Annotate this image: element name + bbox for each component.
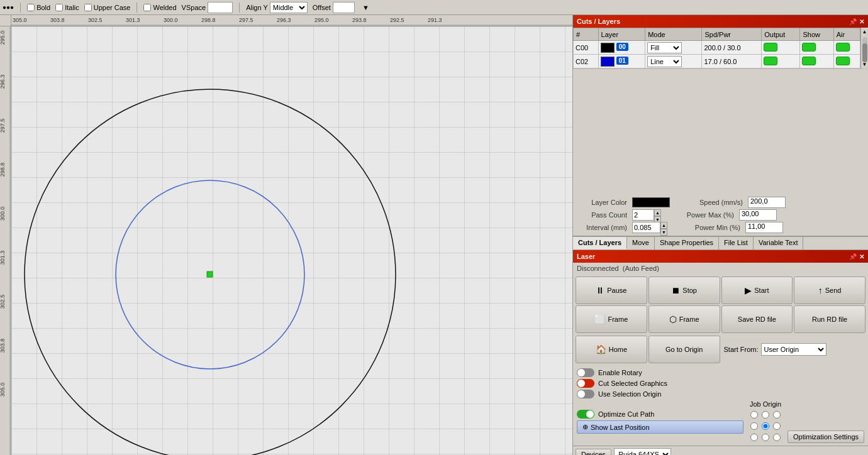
offset-input[interactable]: 0 bbox=[333, 2, 355, 13]
job-origin-br-radio[interactable] bbox=[773, 434, 781, 441]
upper-case-checkbox[interactable] bbox=[84, 4, 92, 11]
job-origin-bl-radio[interactable] bbox=[750, 434, 758, 441]
layer-row-c00[interactable]: C00 00 FillLine 200.0 / 30.0 bbox=[574, 41, 860, 55]
c02-show[interactable] bbox=[800, 55, 833, 69]
svg-text:298.8: 298.8 bbox=[0, 163, 6, 177]
interval-down[interactable]: ▼ bbox=[660, 229, 667, 236]
c02-air-led[interactable] bbox=[836, 57, 850, 65]
c00-output[interactable] bbox=[762, 41, 800, 55]
c00-mode[interactable]: FillLine bbox=[645, 41, 702, 55]
frame-button-2[interactable]: ⬡ Frame bbox=[648, 305, 720, 333]
home-button[interactable]: 🏠 Home bbox=[576, 336, 647, 363]
bold-checkbox[interactable] bbox=[27, 4, 35, 11]
job-origin-tl-radio[interactable] bbox=[750, 411, 758, 419]
tab-variable-text[interactable]: Variable Text bbox=[754, 237, 804, 249]
job-origin-mr[interactable] bbox=[771, 420, 782, 432]
c02-output-led[interactable] bbox=[764, 57, 777, 65]
tab-cuts-layers[interactable]: Cuts / Layers bbox=[573, 237, 627, 249]
close-icon[interactable]: ✕ bbox=[859, 18, 864, 25]
start-from-select[interactable]: User Origin Absolute Coords Current Posi… bbox=[761, 343, 826, 356]
job-origin-tc-radio[interactable] bbox=[762, 411, 769, 419]
tab-move[interactable]: Move bbox=[627, 237, 655, 249]
cut-selected-toggle[interactable] bbox=[577, 379, 594, 388]
toolbar-dropdown-arrow[interactable]: ▼ bbox=[362, 4, 369, 11]
speed-value: 200,0 bbox=[748, 197, 786, 208]
tab-shape-properties[interactable]: Shape Properties bbox=[655, 237, 719, 249]
stop-button[interactable]: ⏹ Stop bbox=[648, 277, 720, 304]
c00-air[interactable] bbox=[833, 41, 860, 55]
scroll-up-arrow[interactable]: ▲ bbox=[861, 28, 868, 36]
col-hash: # bbox=[574, 28, 599, 41]
interval-spinner[interactable]: ▲ ▼ bbox=[632, 222, 667, 233]
ruler-top: 305.0 303.8 302.5 301.3 300.0 298.8 297.… bbox=[11, 15, 572, 26]
c00-air-led[interactable] bbox=[836, 43, 850, 52]
optimize-toggle[interactable] bbox=[577, 410, 594, 419]
interval-up[interactable]: ▲ bbox=[660, 222, 667, 229]
job-origin-tr-radio[interactable] bbox=[773, 411, 781, 419]
toolbar-upper-case[interactable]: Upper Case bbox=[84, 4, 131, 11]
c02-mode[interactable]: LineFill bbox=[645, 55, 702, 69]
cut-selected-label: Cut Selected Graphics bbox=[598, 380, 667, 387]
layer-row-c02[interactable]: C02 01 LineFill 17.0 / 60.0 bbox=[574, 55, 860, 69]
job-origin-ml-radio[interactable] bbox=[750, 422, 758, 430]
laser-close-icon[interactable]: ✕ bbox=[859, 253, 864, 260]
show-last-pos-button[interactable]: ⊕ Show Last Position bbox=[577, 420, 743, 434]
scroll-track[interactable] bbox=[862, 37, 867, 59]
vspace-input[interactable]: 0.00 bbox=[208, 2, 233, 13]
c00-show-led[interactable] bbox=[802, 43, 816, 52]
job-origin-bc-radio[interactable] bbox=[762, 434, 769, 441]
c00-mode-select[interactable]: FillLine bbox=[647, 42, 682, 53]
toolbar-italic[interactable]: Italic bbox=[55, 4, 79, 11]
run-rd-button[interactable]: Run RD file bbox=[794, 305, 865, 333]
interval-arrows[interactable]: ▲ ▼ bbox=[660, 222, 667, 233]
toolbar-welded[interactable]: Welded bbox=[143, 4, 176, 11]
tab-file-list[interactable]: File List bbox=[719, 237, 754, 249]
enable-rotary-toggle[interactable] bbox=[577, 368, 594, 377]
go-to-origin-button[interactable]: Go to Origin bbox=[648, 336, 720, 363]
device-select[interactable]: Ruida 644XS bbox=[614, 448, 671, 455]
scroll-thumb[interactable] bbox=[862, 43, 867, 62]
job-origin-ml[interactable] bbox=[748, 420, 760, 432]
pass-count-spinner[interactable]: ▲ ▼ bbox=[632, 209, 661, 221]
opt-settings-button[interactable]: Optimization Settings bbox=[787, 430, 864, 443]
devices-button[interactable]: Devices bbox=[576, 449, 611, 455]
c00-show[interactable] bbox=[800, 41, 833, 55]
save-rd-button[interactable]: Save RD file bbox=[721, 305, 793, 333]
job-origin-bc[interactable] bbox=[760, 432, 771, 443]
job-origin-tc[interactable] bbox=[760, 409, 771, 420]
use-selection-toggle[interactable] bbox=[577, 390, 594, 398]
toolbar-bold[interactable]: Bold bbox=[27, 4, 50, 11]
frame-button-1[interactable]: ⬜ Frame bbox=[576, 305, 647, 333]
pass-count-arrows[interactable]: ▲ ▼ bbox=[654, 209, 661, 221]
c02-mode-select[interactable]: LineFill bbox=[647, 56, 682, 67]
job-origin-radio-grid bbox=[748, 409, 782, 443]
send-button[interactable]: ↑ Send bbox=[794, 277, 865, 304]
c02-show-led[interactable] bbox=[802, 57, 816, 65]
job-origin-mr-radio[interactable] bbox=[773, 422, 781, 430]
welded-checkbox[interactable] bbox=[143, 4, 151, 11]
c00-output-led[interactable] bbox=[764, 43, 777, 52]
job-origin-bl[interactable] bbox=[748, 432, 760, 443]
job-origin-section: Job Origin bbox=[748, 400, 782, 443]
job-origin-mc-radio[interactable] bbox=[762, 422, 769, 430]
power-max-value: 30,00 bbox=[739, 209, 777, 221]
laser-pin-icon[interactable]: 📌 bbox=[849, 253, 857, 260]
job-origin-br[interactable] bbox=[771, 432, 782, 443]
c02-air[interactable] bbox=[833, 55, 860, 69]
align-y-select[interactable]: Middle Top Bottom bbox=[270, 2, 308, 13]
pass-count-input[interactable] bbox=[632, 209, 654, 221]
job-origin-tr[interactable] bbox=[771, 409, 782, 420]
pin-icon[interactable]: 📌 bbox=[849, 18, 857, 25]
pass-count-up[interactable]: ▲ bbox=[654, 209, 661, 216]
canvas-content[interactable] bbox=[11, 26, 572, 455]
canvas-area[interactable]: 305.0 303.8 302.5 301.3 300.0 298.8 297.… bbox=[0, 15, 572, 455]
job-origin-tl[interactable] bbox=[748, 409, 760, 420]
interval-input[interactable] bbox=[632, 222, 660, 233]
job-origin-mc[interactable] bbox=[760, 420, 771, 432]
pause-button[interactable]: ⏸ Pause bbox=[576, 277, 647, 304]
layer-color-box[interactable] bbox=[632, 197, 670, 207]
italic-checkbox[interactable] bbox=[55, 4, 63, 11]
cuts-panel-scrollbar[interactable]: ▲ ▼ bbox=[860, 28, 868, 69]
start-button[interactable]: ▶ Start bbox=[721, 277, 793, 304]
c02-output[interactable] bbox=[762, 55, 800, 69]
